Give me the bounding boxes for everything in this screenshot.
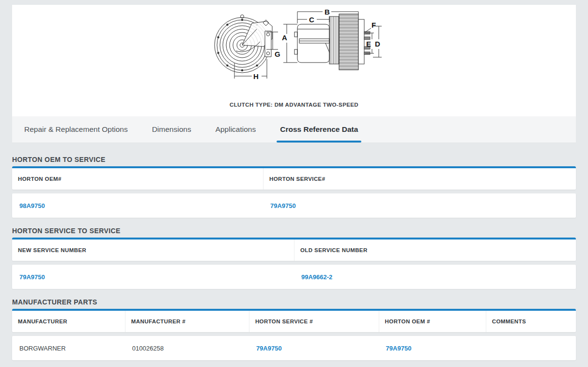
cross-reference-content: HORTON OEM TO SERVICE HORTON OEM# HORTON… bbox=[0, 143, 588, 360]
dim-label-f: F bbox=[371, 21, 376, 29]
column-header-comments: COMMENTS bbox=[486, 311, 576, 332]
section-horton-oem-to-service: HORTON OEM TO SERVICE HORTON OEM# HORTON… bbox=[12, 156, 576, 218]
table-horton-oem-to-service: HORTON OEM# HORTON SERVICE# 98A9750 79A9… bbox=[12, 166, 576, 218]
column-header-manufacturer: MANUFACTURER bbox=[12, 311, 125, 332]
fan-clutch-front-view: G H bbox=[215, 15, 280, 81]
product-diagram-panel: G H bbox=[12, 5, 576, 116]
dim-label-e: E bbox=[366, 40, 371, 48]
table-horton-service-to-service: NEW SERVICE NUMBER OLD SERVICE NUMBER 79… bbox=[12, 238, 576, 289]
dim-label-c: C bbox=[309, 16, 314, 24]
stud-plate bbox=[358, 19, 364, 64]
section-title: HORTON OEM TO SERVICE bbox=[12, 156, 576, 163]
dimension-a-lines bbox=[283, 24, 297, 63]
dim-label-a: A bbox=[282, 33, 287, 42]
column-header-horton-oem: HORTON OEM# bbox=[12, 168, 263, 190]
column-header-horton-service-number: HORTON SERVICE # bbox=[249, 311, 379, 332]
table-header-row: NEW SERVICE NUMBER OLD SERVICE NUMBER bbox=[12, 238, 576, 261]
tab-cross-reference-data[interactable]: Cross Reference Data bbox=[280, 116, 358, 143]
part-number-link[interactable]: 79A9750 bbox=[386, 345, 412, 352]
fan-disc-stack bbox=[339, 14, 358, 70]
dim-label-d: D bbox=[375, 40, 380, 48]
part-number-link[interactable]: 98A9750 bbox=[19, 202, 45, 209]
product-tabs: Repair & Replacement Options Dimensions … bbox=[12, 116, 576, 143]
tab-repair-replacement-options[interactable]: Repair & Replacement Options bbox=[24, 116, 128, 143]
tab-dimensions[interactable]: Dimensions bbox=[152, 116, 191, 143]
column-header-horton-oem-number: HORTON OEM # bbox=[379, 311, 486, 332]
part-number-link[interactable]: 79A9750 bbox=[270, 202, 296, 209]
table-row: 98A9750 79A9750 bbox=[12, 193, 576, 218]
table-header-row: HORTON OEM# HORTON SERVICE# bbox=[12, 166, 576, 190]
part-number-link[interactable]: 79A9750 bbox=[256, 345, 282, 352]
grooved-drum bbox=[329, 16, 339, 64]
table-manufacturer-parts: MANUFACTURER MANUFACTURER # HORTON SERVI… bbox=[12, 309, 576, 360]
clutch-type-caption: CLUTCH TYPE: DM ADVANTAGE TWO-SPEED bbox=[12, 102, 576, 108]
table-row: BORGWARNER 010026258 79A9750 79A9750 bbox=[12, 336, 576, 360]
section-title: MANUFACTURER PARTS bbox=[12, 298, 576, 306]
manufacturer-name: BORGWARNER bbox=[19, 345, 66, 352]
column-header-old-service-number: OLD SERVICE NUMBER bbox=[294, 239, 576, 261]
part-number-link[interactable]: 79A9750 bbox=[19, 273, 45, 281]
dim-label-b: B bbox=[325, 8, 330, 16]
part-number-link[interactable]: 99A9662-2 bbox=[301, 273, 332, 281]
manufacturer-part-number: 010026258 bbox=[132, 345, 164, 352]
column-header-manufacturer-number: MANUFACTURER # bbox=[125, 311, 249, 332]
column-header-horton-service: HORTON SERVICE# bbox=[263, 168, 576, 190]
section-title: HORTON SERVICE TO SERVICE bbox=[12, 227, 576, 235]
table-header-row: MANUFACTURER MANUFACTURER # HORTON SERVI… bbox=[12, 309, 576, 332]
table-row: 79A9750 99A9662-2 bbox=[12, 265, 576, 289]
column-header-new-service-number: NEW SERVICE NUMBER bbox=[12, 239, 294, 261]
dim-label-h: H bbox=[253, 72, 259, 80]
section-manufacturer-parts: MANUFACTURER PARTS MANUFACTURER MANUFACT… bbox=[12, 298, 576, 360]
section-horton-service-to-service: HORTON SERVICE TO SERVICE NEW SERVICE NU… bbox=[12, 227, 576, 289]
tab-applications[interactable]: Applications bbox=[216, 116, 256, 143]
dim-label-g: G bbox=[275, 50, 280, 58]
mounting-bracket bbox=[236, 20, 272, 57]
product-detail-page: G H bbox=[0, 5, 588, 367]
fan-clutch-side-view: A B C F bbox=[282, 8, 382, 70]
clutch-technical-diagram: G H bbox=[204, 5, 384, 81]
